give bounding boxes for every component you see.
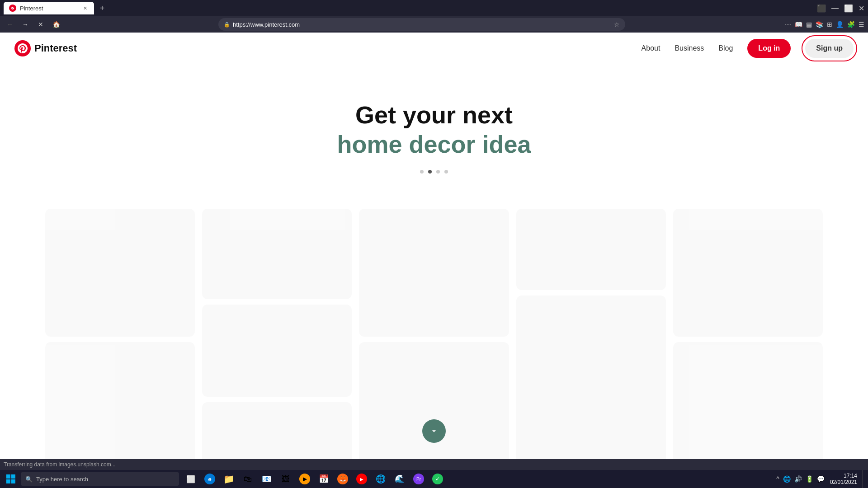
taskbar-chrome[interactable]: 🌐 — [372, 470, 390, 488]
profile-icon[interactable]: ⬛ — [817, 4, 826, 13]
lock-icon: 🔒 — [224, 22, 230, 28]
taskbar-edge-browser[interactable]: e — [201, 470, 219, 488]
taskbar-search-bar[interactable]: 🔍 Type here to search — [21, 472, 179, 486]
clock-time: 17:14 — [830, 473, 857, 479]
scroll-down-button[interactable] — [422, 419, 446, 443]
collections-icon[interactable]: ⊞ — [827, 21, 832, 28]
new-tab-button[interactable]: + — [96, 2, 108, 14]
close-window-icon[interactable]: ✕ — [859, 4, 864, 13]
taskbar-calendar[interactable]: 📅 — [315, 470, 333, 488]
minimize-icon[interactable]: — — [831, 4, 839, 12]
firefox-icon: 🦊 — [337, 474, 348, 484]
image-placeholder — [202, 209, 352, 299]
task-view-icon: ⬜ — [186, 475, 195, 483]
address-right-icons: ☆ — [614, 21, 620, 28]
restore-icon[interactable]: ⬜ — [844, 4, 853, 13]
menu-icon[interactable]: ☰ — [859, 21, 864, 28]
signup-highlight-circle — [802, 35, 857, 61]
store-icon: 🛍 — [244, 474, 252, 484]
clock-date: 02/01/2021 — [830, 479, 857, 485]
browser-toolbar-icons: ⋯ 📖 ▤ 📚 ⊞ 👤 🧩 ☰ — [785, 21, 864, 28]
mail-icon: 📧 — [262, 474, 272, 484]
network-icon[interactable]: 🌐 — [783, 475, 791, 483]
pinterest-logo[interactable]: Pinterest — [14, 40, 77, 56]
image-placeholder — [673, 209, 823, 337]
dot-2[interactable] — [428, 170, 432, 174]
tab-bar: Pinterest ✕ + ⬛ — ⬜ ✕ — [0, 0, 868, 16]
taskbar-clock[interactable]: 17:14 02/01/2021 — [830, 473, 861, 485]
profile-avatar-icon[interactable]: 👤 — [836, 21, 844, 28]
taskbar-file-explorer[interactable]: 📁 — [220, 470, 238, 488]
notification-icon[interactable]: 💬 — [817, 475, 825, 483]
edge-icon: e — [204, 474, 215, 484]
extensions-icon[interactable]: ⋯ — [785, 21, 791, 28]
battery-icon[interactable]: 🔋 — [806, 475, 813, 483]
pinterest-logo-text: Pinterest — [34, 42, 77, 54]
taskbar-task-view[interactable]: ⬜ — [182, 470, 200, 488]
start-button[interactable] — [2, 470, 20, 488]
hero-title-line1: Get your next — [355, 100, 513, 130]
taskbar-mail[interactable]: 📧 — [258, 470, 276, 488]
reload-button[interactable]: ✕ — [34, 18, 47, 31]
windows-taskbar: 🔍 Type here to search ⬜ e 📁 🛍 📧 🖼 ▶ — [0, 470, 868, 488]
windows-logo-icon — [6, 474, 15, 483]
business-nav-link[interactable]: Business — [675, 44, 704, 52]
taskbar-right-area: ^ 🌐 🔊 🔋 💬 17:14 02/01/2021 — [773, 470, 866, 488]
photos-icon: 🖼 — [282, 474, 290, 484]
taskbar-search-placeholder: Type here to search — [36, 476, 88, 483]
taskbar-photos[interactable]: 🖼 — [277, 470, 295, 488]
taskbar-app-extra2[interactable]: Pr — [410, 470, 428, 488]
show-desktop-button[interactable] — [863, 470, 866, 488]
home-button[interactable]: 🏠 — [50, 18, 62, 31]
dot-1[interactable] — [420, 170, 424, 174]
pinterest-website: Pinterest About Business Blog Log in Sig… — [0, 33, 868, 470]
app-icon-2: Pr — [413, 474, 424, 484]
app-icon-3: ✓ — [432, 474, 443, 484]
about-nav-link[interactable]: About — [642, 44, 660, 52]
image-placeholder — [516, 209, 666, 290]
tab-bar-right: ⬛ — ⬜ ✕ — [817, 4, 864, 13]
taskbar-app-extra3[interactable]: ✓ — [429, 470, 447, 488]
volume-icon[interactable]: 🔊 — [794, 475, 802, 483]
bookmark-star-icon[interactable]: ☆ — [614, 21, 620, 28]
sidebar-icon[interactable]: ▤ — [806, 21, 812, 28]
blog-nav-link[interactable]: Blog — [718, 44, 733, 52]
image-placeholder — [516, 296, 666, 470]
image-col-4 — [516, 209, 666, 470]
slideshow-dots — [420, 170, 448, 174]
image-placeholder — [202, 305, 352, 397]
file-explorer-icon: 📁 — [223, 474, 235, 484]
browser-chrome: Pinterest ✕ + ⬛ — ⬜ ✕ ← → ✕ 🏠 🔒 https://… — [0, 0, 868, 33]
reader-view-icon[interactable]: 📖 — [795, 21, 802, 28]
extensions-puzzle-icon[interactable]: 🧩 — [847, 21, 855, 28]
synced-tabs-icon[interactable]: 📚 — [816, 21, 823, 28]
chevron-up-icon[interactable]: ^ — [776, 475, 779, 483]
image-col-2 — [202, 209, 352, 470]
image-placeholder — [673, 342, 823, 470]
chrome-icon: 🌐 — [376, 474, 386, 484]
forward-button[interactable]: → — [19, 18, 32, 31]
login-button[interactable]: Log in — [747, 39, 791, 58]
address-bar-input[interactable]: 🔒 https://www.pinterest.com ☆ — [218, 18, 625, 31]
tab-close-button[interactable]: ✕ — [81, 5, 89, 12]
taskbar-microsoft-store[interactable]: 🛍 — [239, 470, 257, 488]
back-button[interactable]: ← — [4, 18, 16, 31]
pinterest-nav-links: About Business Blog Log in Sign up — [642, 39, 854, 58]
dot-4[interactable] — [444, 170, 448, 174]
image-col-5 — [673, 209, 823, 470]
dot-3[interactable] — [436, 170, 440, 174]
image-placeholder — [359, 209, 509, 337]
taskbar-app-items: ⬜ e 📁 🛍 📧 🖼 ▶ 📅 🦊 — [182, 470, 447, 488]
taskbar-youtube[interactable]: ▶ — [353, 470, 371, 488]
taskbar-system-icons: ^ 🌐 🔊 🔋 💬 — [773, 475, 828, 483]
pinterest-logo-icon — [14, 40, 31, 56]
taskbar-firefox[interactable]: 🦊 — [334, 470, 352, 488]
url-display: https://www.pinterest.com — [233, 21, 611, 28]
taskbar-vlc[interactable]: ▶ — [296, 470, 314, 488]
hero-section: Get your next home decor idea — [0, 64, 868, 470]
image-placeholder — [45, 209, 195, 337]
image-col-1 — [45, 209, 195, 470]
taskbar-app-extra1[interactable]: 🌊 — [391, 470, 409, 488]
active-tab[interactable]: Pinterest ✕ — [4, 2, 94, 14]
status-text: Transferring data from images.unsplash.c… — [4, 461, 116, 468]
